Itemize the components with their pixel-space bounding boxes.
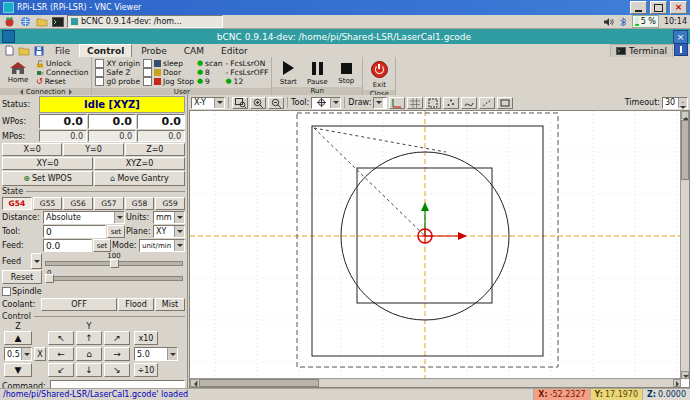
tab-control[interactable]: Control <box>79 44 132 57</box>
open-folder-icon[interactable] <box>17 45 31 56</box>
spindle-reset-button[interactable]: Reset <box>2 270 42 284</box>
jog-y-minus-button[interactable]: ↓ <box>76 363 102 377</box>
clock[interactable]: 10:14 <box>664 17 687 26</box>
jog-x-plus-button[interactable]: → <box>104 347 130 361</box>
feed-set-button[interactable]: set <box>93 239 111 252</box>
wcs-g54-button[interactable]: G54 <box>2 197 32 210</box>
info-icon[interactable] <box>674 43 688 56</box>
jog-x-minus-button[interactable]: ← <box>48 347 74 361</box>
macro-fcslsron-button[interactable]: -FcsLsrON <box>226 59 269 68</box>
coolant-off-button[interactable]: OFF <box>41 298 117 311</box>
vertical-scrollbar[interactable] <box>680 111 689 379</box>
scroll-down-button[interactable] <box>681 371 689 379</box>
machine-status[interactable]: Idle [XYZ] <box>39 96 185 113</box>
new-file-icon[interactable] <box>2 45 16 56</box>
volume-icon[interactable] <box>603 17 614 27</box>
g0-probe-checkbox[interactable]: g0 probe <box>95 77 140 86</box>
tab-editor[interactable]: Editor <box>213 44 256 57</box>
macro-8-button[interactable]: ●8 <box>197 68 223 77</box>
wcs-g56-button[interactable]: G56 <box>63 197 93 210</box>
home-button[interactable]: Home <box>3 58 33 87</box>
gcode-canvas[interactable] <box>189 110 690 388</box>
sleep-checkbox[interactable]: sleep <box>143 59 194 68</box>
tab-file[interactable]: File <box>47 44 78 57</box>
horizontal-scrollbar[interactable] <box>190 378 681 387</box>
safe-z-checkbox[interactable]: Safe Z <box>95 68 140 77</box>
scroll-left-button[interactable] <box>190 379 198 387</box>
slider-handle[interactable] <box>45 274 54 283</box>
toggle-axes-button[interactable] <box>389 97 405 109</box>
toggle-grid-button[interactable] <box>407 97 423 109</box>
wpos-x[interactable]: 0.0 <box>39 114 87 129</box>
mode-combo[interactable]: unit/min <box>139 239 185 252</box>
save-icon[interactable] <box>32 45 46 56</box>
zero-x-button[interactable]: X=0 <box>2 143 62 156</box>
jog-up-right-button[interactable]: ↗ <box>104 331 130 345</box>
zero-xyz-button[interactable]: XYZ=0 <box>94 157 185 170</box>
scroll-right-button[interactable] <box>673 379 681 387</box>
flood-button[interactable]: Flood <box>118 298 154 311</box>
wcs-g55-button[interactable]: G55 <box>33 197 63 210</box>
minimize-button[interactable] <box>630 1 647 14</box>
x-axis-button[interactable]: X <box>34 347 46 361</box>
macro-12-button[interactable]: ●12 <box>226 77 269 86</box>
mist-button[interactable]: Mist <box>155 298 185 311</box>
jog-z-up-button[interactable]: ▲ <box>4 331 32 345</box>
tab-cam[interactable]: CAM <box>176 44 212 57</box>
tab-probe[interactable]: Probe <box>133 44 175 57</box>
jog-y-plus-button[interactable]: ↑ <box>76 331 102 345</box>
terminal-launcher-icon[interactable] <box>51 16 64 27</box>
bcnc-close-button[interactable]: × <box>673 30 688 44</box>
zero-y-button[interactable]: Y=0 <box>63 143 123 156</box>
app-menu-icon[interactable] <box>3 16 16 27</box>
toggle-rapid-button[interactable] <box>479 97 495 109</box>
start-button[interactable]: Start <box>275 58 301 86</box>
draw-combo[interactable] <box>373 97 387 109</box>
zoom-in-button[interactable] <box>250 97 266 109</box>
scrollbar-thumb[interactable] <box>199 379 319 387</box>
toggle-paths-button[interactable] <box>461 97 477 109</box>
cpu-monitor[interactable]: 5 % <box>632 15 659 28</box>
jog-home-button[interactable]: ⌂ <box>76 347 102 361</box>
jog-down-left-button[interactable]: ↙ <box>48 363 74 377</box>
taskbar-window-button[interactable]: bCNC 0.9.14-dev: /hom... <box>67 15 223 28</box>
spindle-speed-slider[interactable]: 0 <box>43 270 185 284</box>
spindle-checkbox[interactable] <box>2 287 11 296</box>
door-checkbox[interactable]: Door <box>143 68 194 77</box>
view-combo[interactable]: X-Y <box>191 97 225 109</box>
timeout-spinbox[interactable]: 30 <box>662 97 688 109</box>
wpos-y[interactable]: 0.0 <box>88 114 136 129</box>
wcs-g57-button[interactable]: G57 <box>94 197 124 210</box>
browser-icon[interactable] <box>19 16 32 27</box>
jog-down-right-button[interactable]: ↘ <box>104 363 130 377</box>
set-wpos-button[interactable]: ⊕ Set WPOS <box>2 171 93 186</box>
z-step-combo[interactable]: 0.5 <box>4 347 32 361</box>
zoom-fit-button[interactable] <box>232 97 248 109</box>
tool-set-button[interactable]: set <box>107 225 125 238</box>
step-mul10-button[interactable]: x10 <box>134 331 158 345</box>
wpos-z[interactable]: 0.0 <box>137 114 185 129</box>
plane-combo[interactable]: XY <box>153 225 185 238</box>
macro-fcslsroff-button[interactable]: -FcsLsrOFF <box>226 68 269 77</box>
jog-stop-checkbox[interactable]: Jog Stop <box>143 77 194 86</box>
unlock-button[interactable]: Unlock <box>36 59 88 68</box>
stop-button[interactable]: Stop <box>333 58 359 86</box>
toggle-probe-button[interactable] <box>443 97 459 109</box>
tab-terminal[interactable]: Terminal <box>610 44 673 57</box>
bluetooth-icon[interactable] <box>619 17 627 27</box>
reset-button[interactable]: ↺ Reset <box>36 77 88 86</box>
wcs-g59-button[interactable]: G59 <box>155 197 185 210</box>
tool-entry[interactable]: 0 <box>43 225 106 238</box>
zero-xy-button[interactable]: XY=0 <box>2 157 93 170</box>
xy-step-combo[interactable]: 5.0 <box>134 347 178 361</box>
toggle-margin-button[interactable] <box>425 97 441 109</box>
distance-combo[interactable]: Absolute <box>43 211 125 224</box>
feed-override-dropdown[interactable] <box>31 253 42 269</box>
feed-override-slider[interactable]: 100 <box>43 253 185 269</box>
units-combo[interactable]: mm <box>153 211 185 224</box>
zero-z-button[interactable]: Z=0 <box>125 143 185 156</box>
maximize-button[interactable] <box>650 1 667 14</box>
file-manager-icon[interactable] <box>35 16 48 27</box>
toggle-workarea-button[interactable] <box>497 97 513 109</box>
scrollbar-thumb[interactable] <box>681 120 689 180</box>
